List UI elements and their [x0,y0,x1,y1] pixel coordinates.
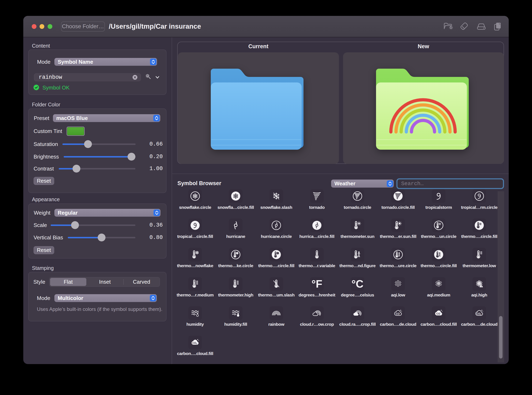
svg-text:CO: CO [436,312,440,315]
svg-text:CO2: CO2 [476,312,481,315]
svg-text:°F: °F [312,278,322,290]
svg-text:°C: °C [352,278,364,290]
svg-text:CO: CO [396,312,400,315]
